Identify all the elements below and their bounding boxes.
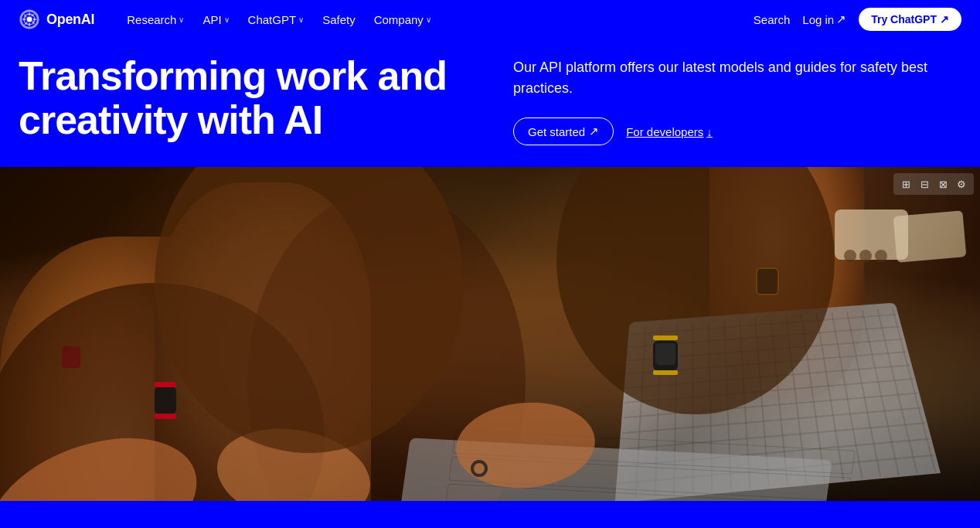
logo[interactable]: OpenAI xyxy=(19,9,94,30)
hero-left: Transforming work and creativity with AI xyxy=(19,54,482,142)
svg-rect-22 xyxy=(155,387,176,414)
nav-link-research[interactable]: Research ∨ xyxy=(119,9,192,31)
nav-link-api[interactable]: API ∨ xyxy=(195,9,236,31)
hero-description: Our API platform offers our latest model… xyxy=(513,57,961,99)
svg-point-16 xyxy=(859,250,872,262)
arrow-icon: ↗ xyxy=(589,124,599,138)
toolbar-icon-2[interactable]: ⊟ xyxy=(917,176,932,192)
hero-right: Our API platform offers our latest model… xyxy=(513,54,961,145)
external-link-icon: ↗ xyxy=(836,12,846,26)
try-chatgpt-button[interactable]: Try ChatGPT ↗ xyxy=(859,8,961,31)
chevron-down-icon: ∨ xyxy=(298,15,304,24)
nav-link-chatgpt[interactable]: ChatGPT ∨ xyxy=(240,9,312,31)
svg-point-15 xyxy=(844,250,856,262)
hero-section: Transforming work and creativity with AI… xyxy=(0,39,980,167)
svg-rect-20 xyxy=(653,370,678,375)
svg-point-17 xyxy=(875,250,887,262)
openai-logo-icon xyxy=(19,9,40,30)
image-toolbar: ⊞ ⊟ ⊠ ⚙ xyxy=(893,173,974,195)
hero-image-container: ⊞ ⊟ ⊠ ⚙ xyxy=(0,167,980,507)
search-button[interactable]: Search xyxy=(754,13,791,26)
hero-image xyxy=(0,167,980,507)
logo-text: OpenAI xyxy=(46,12,94,28)
bottom-border xyxy=(0,501,980,507)
chevron-down-icon: ∨ xyxy=(224,15,230,24)
arrow-down-icon: ↓ xyxy=(706,125,713,138)
svg-point-13 xyxy=(556,167,835,414)
scene-svg xyxy=(0,167,980,507)
chevron-down-icon: ∨ xyxy=(426,15,431,24)
navbar: OpenAI Research ∨ API ∨ ChatGPT ∨ Safety… xyxy=(0,0,980,39)
hero-buttons: Get started ↗ For developers ↓ xyxy=(513,118,961,145)
settings-icon[interactable]: ⚙ xyxy=(954,176,969,192)
nav-link-company[interactable]: Company ∨ xyxy=(366,9,439,31)
nav-right: Search Log in ↗ Try ChatGPT ↗ xyxy=(754,8,961,31)
svg-rect-19 xyxy=(653,336,678,340)
chevron-down-icon: ∨ xyxy=(179,15,184,24)
toolbar-icon-3[interactable]: ⊠ xyxy=(935,176,951,192)
nav-link-safety[interactable]: Safety xyxy=(315,9,363,31)
svg-rect-21 xyxy=(655,343,675,365)
svg-point-0 xyxy=(27,17,32,22)
nav-links: Research ∨ API ∨ ChatGPT ∨ Safety Compan… xyxy=(119,9,754,31)
get-started-button[interactable]: Get started ↗ xyxy=(513,118,614,145)
for-developers-button[interactable]: For developers ↓ xyxy=(626,125,713,138)
hero-title: Transforming work and creativity with AI xyxy=(19,54,482,142)
login-link[interactable]: Log in ↗ xyxy=(802,12,846,26)
svg-rect-24 xyxy=(155,414,176,419)
svg-rect-23 xyxy=(155,382,176,387)
toolbar-icon-1[interactable]: ⊞ xyxy=(898,176,914,192)
arrow-icon: ↗ xyxy=(940,13,949,26)
